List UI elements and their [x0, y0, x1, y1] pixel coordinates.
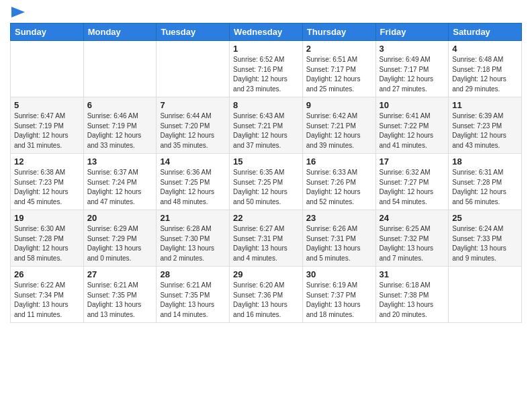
- calendar-week-row: 19Sunrise: 6:30 AM Sunset: 7:28 PM Dayli…: [11, 210, 522, 267]
- day-info: Sunrise: 6:19 AM Sunset: 7:37 PM Dayligh…: [306, 281, 372, 320]
- day-number: 4: [452, 44, 518, 54]
- day-number: 11: [452, 100, 518, 110]
- day-info: Sunrise: 6:27 AM Sunset: 7:31 PM Dayligh…: [233, 224, 299, 263]
- calendar-cell: 19Sunrise: 6:30 AM Sunset: 7:28 PM Dayli…: [11, 210, 84, 267]
- calendar-cell: 21Sunrise: 6:28 AM Sunset: 7:30 PM Dayli…: [157, 210, 230, 267]
- svg-marker-0: [11, 7, 25, 17]
- day-info: Sunrise: 6:21 AM Sunset: 7:35 PM Dayligh…: [160, 281, 226, 320]
- day-info: Sunrise: 6:26 AM Sunset: 7:31 PM Dayligh…: [306, 224, 372, 263]
- day-info: Sunrise: 6:46 AM Sunset: 7:19 PM Dayligh…: [87, 111, 153, 150]
- calendar-cell: 20Sunrise: 6:29 AM Sunset: 7:29 PM Dayli…: [83, 210, 157, 267]
- day-number: 7: [160, 100, 226, 110]
- day-info: Sunrise: 6:20 AM Sunset: 7:36 PM Dayligh…: [233, 281, 299, 320]
- day-number: 17: [380, 156, 445, 167]
- calendar-cell: 3Sunrise: 6:49 AM Sunset: 7:17 PM Daylig…: [375, 41, 449, 97]
- day-number: 2: [306, 44, 372, 54]
- day-info: Sunrise: 6:29 AM Sunset: 7:29 PM Dayligh…: [87, 224, 153, 263]
- day-info: Sunrise: 6:35 AM Sunset: 7:25 PM Dayligh…: [233, 168, 299, 207]
- day-number: 9: [306, 100, 372, 110]
- logo-flag-icon: [11, 7, 25, 17]
- day-info: Sunrise: 6:48 AM Sunset: 7:18 PM Dayligh…: [452, 55, 518, 94]
- day-info: Sunrise: 6:31 AM Sunset: 7:28 PM Dayligh…: [452, 168, 518, 207]
- calendar-cell: [157, 41, 230, 97]
- day-info: Sunrise: 6:44 AM Sunset: 7:20 PM Dayligh…: [160, 111, 226, 150]
- calendar-cell: 6Sunrise: 6:46 AM Sunset: 7:19 PM Daylig…: [83, 97, 157, 154]
- calendar-cell: 4Sunrise: 6:48 AM Sunset: 7:18 PM Daylig…: [449, 41, 522, 97]
- calendar-week-row: 26Sunrise: 6:22 AM Sunset: 7:34 PM Dayli…: [11, 267, 522, 323]
- calendar-cell: 25Sunrise: 6:24 AM Sunset: 7:33 PM Dayli…: [449, 210, 522, 267]
- header: [10, 7, 522, 17]
- calendar-week-row: 5Sunrise: 6:47 AM Sunset: 7:19 PM Daylig…: [11, 97, 522, 154]
- calendar-day-header: Tuesday: [157, 24, 230, 41]
- day-number: 3: [380, 44, 445, 54]
- calendar-header-row: SundayMondayTuesdayWednesdayThursdayFrid…: [11, 24, 522, 41]
- day-info: Sunrise: 6:32 AM Sunset: 7:27 PM Dayligh…: [380, 168, 445, 207]
- day-number: 23: [306, 213, 372, 223]
- day-info: Sunrise: 6:22 AM Sunset: 7:34 PM Dayligh…: [14, 281, 80, 320]
- day-number: 31: [380, 269, 445, 279]
- calendar-cell: 18Sunrise: 6:31 AM Sunset: 7:28 PM Dayli…: [449, 154, 522, 210]
- day-info: Sunrise: 6:25 AM Sunset: 7:32 PM Dayligh…: [380, 224, 445, 263]
- day-info: Sunrise: 6:47 AM Sunset: 7:19 PM Dayligh…: [14, 111, 80, 150]
- calendar-cell: 1Sunrise: 6:52 AM Sunset: 7:16 PM Daylig…: [230, 41, 303, 97]
- day-number: 15: [233, 156, 299, 167]
- calendar-cell: 11Sunrise: 6:39 AM Sunset: 7:23 PM Dayli…: [449, 97, 522, 154]
- day-number: 16: [306, 156, 372, 167]
- day-info: Sunrise: 6:49 AM Sunset: 7:17 PM Dayligh…: [380, 55, 445, 94]
- calendar-cell: 15Sunrise: 6:35 AM Sunset: 7:25 PM Dayli…: [230, 154, 303, 210]
- calendar-cell: [83, 41, 157, 97]
- calendar-cell: 8Sunrise: 6:43 AM Sunset: 7:21 PM Daylig…: [230, 97, 303, 154]
- calendar-week-row: 12Sunrise: 6:38 AM Sunset: 7:23 PM Dayli…: [11, 154, 522, 210]
- day-number: 12: [14, 156, 80, 167]
- day-number: 20: [87, 213, 153, 223]
- day-number: 26: [14, 269, 80, 279]
- day-number: 27: [87, 269, 153, 279]
- day-number: 19: [14, 213, 80, 223]
- calendar-week-row: 1Sunrise: 6:52 AM Sunset: 7:16 PM Daylig…: [11, 41, 522, 97]
- calendar-table: SundayMondayTuesdayWednesdayThursdayFrid…: [10, 23, 522, 323]
- day-info: Sunrise: 6:18 AM Sunset: 7:38 PM Dayligh…: [380, 281, 445, 320]
- day-number: 1: [233, 44, 299, 54]
- calendar-cell: 14Sunrise: 6:36 AM Sunset: 7:25 PM Dayli…: [157, 154, 230, 210]
- day-info: Sunrise: 6:30 AM Sunset: 7:28 PM Dayligh…: [14, 224, 80, 263]
- logo: [10, 7, 25, 17]
- calendar-cell: 30Sunrise: 6:19 AM Sunset: 7:37 PM Dayli…: [302, 267, 375, 323]
- calendar-cell: 9Sunrise: 6:42 AM Sunset: 7:21 PM Daylig…: [302, 97, 375, 154]
- day-number: 21: [160, 213, 226, 223]
- day-number: 10: [380, 100, 445, 110]
- calendar-cell: 29Sunrise: 6:20 AM Sunset: 7:36 PM Dayli…: [230, 267, 303, 323]
- day-number: 18: [452, 156, 518, 167]
- day-info: Sunrise: 6:24 AM Sunset: 7:33 PM Dayligh…: [452, 224, 518, 263]
- day-number: 8: [233, 100, 299, 110]
- day-number: 24: [380, 213, 445, 223]
- day-info: Sunrise: 6:41 AM Sunset: 7:22 PM Dayligh…: [380, 111, 445, 150]
- day-info: Sunrise: 6:51 AM Sunset: 7:17 PM Dayligh…: [306, 55, 372, 94]
- day-info: Sunrise: 6:52 AM Sunset: 7:16 PM Dayligh…: [233, 55, 299, 94]
- day-number: 22: [233, 213, 299, 223]
- day-info: Sunrise: 6:36 AM Sunset: 7:25 PM Dayligh…: [160, 168, 226, 207]
- calendar-cell: 28Sunrise: 6:21 AM Sunset: 7:35 PM Dayli…: [157, 267, 230, 323]
- calendar-cell: 31Sunrise: 6:18 AM Sunset: 7:38 PM Dayli…: [375, 267, 449, 323]
- calendar-day-header: Sunday: [11, 24, 84, 41]
- calendar-cell: 22Sunrise: 6:27 AM Sunset: 7:31 PM Dayli…: [230, 210, 303, 267]
- day-info: Sunrise: 6:37 AM Sunset: 7:24 PM Dayligh…: [87, 168, 153, 207]
- calendar-cell: [11, 41, 84, 97]
- day-number: 6: [87, 100, 153, 110]
- calendar-cell: 24Sunrise: 6:25 AM Sunset: 7:32 PM Dayli…: [375, 210, 449, 267]
- calendar-cell: 23Sunrise: 6:26 AM Sunset: 7:31 PM Dayli…: [302, 210, 375, 267]
- day-info: Sunrise: 6:28 AM Sunset: 7:30 PM Dayligh…: [160, 224, 226, 263]
- day-number: 5: [14, 100, 80, 110]
- calendar-cell: 12Sunrise: 6:38 AM Sunset: 7:23 PM Dayli…: [11, 154, 84, 210]
- calendar-day-header: Monday: [83, 24, 157, 41]
- day-info: Sunrise: 6:38 AM Sunset: 7:23 PM Dayligh…: [14, 168, 80, 207]
- day-info: Sunrise: 6:43 AM Sunset: 7:21 PM Dayligh…: [233, 111, 299, 150]
- calendar-cell: [449, 267, 522, 323]
- day-number: 29: [233, 269, 299, 279]
- calendar-cell: 2Sunrise: 6:51 AM Sunset: 7:17 PM Daylig…: [302, 41, 375, 97]
- calendar-cell: 13Sunrise: 6:37 AM Sunset: 7:24 PM Dayli…: [83, 154, 157, 210]
- day-number: 28: [160, 269, 226, 279]
- day-number: 14: [160, 156, 226, 167]
- calendar-cell: 17Sunrise: 6:32 AM Sunset: 7:27 PM Dayli…: [375, 154, 449, 210]
- calendar-day-header: Friday: [375, 24, 449, 41]
- day-info: Sunrise: 6:39 AM Sunset: 7:23 PM Dayligh…: [452, 111, 518, 150]
